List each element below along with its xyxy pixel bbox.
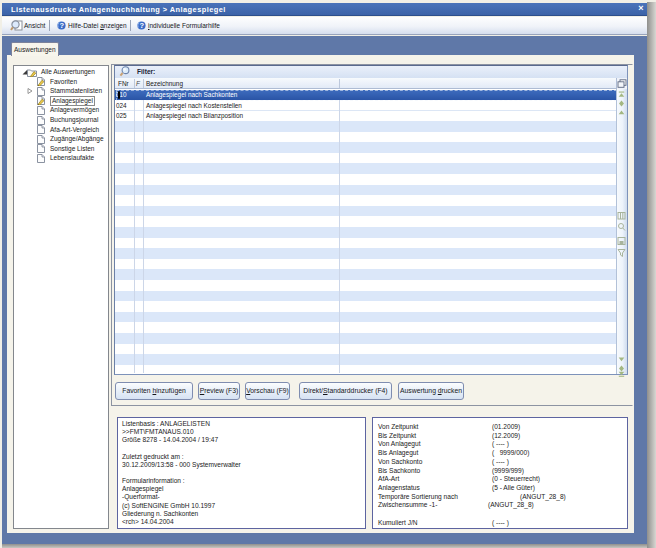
svg-text:?: ? xyxy=(139,21,144,30)
svg-text:?: ? xyxy=(59,21,64,30)
